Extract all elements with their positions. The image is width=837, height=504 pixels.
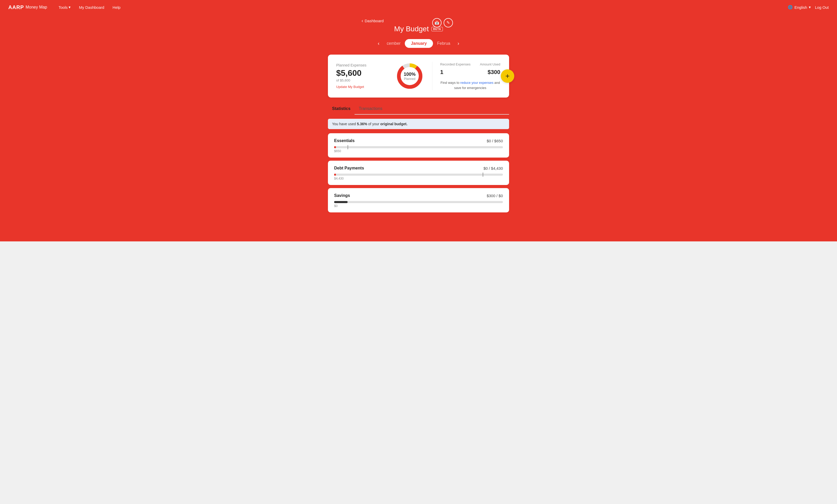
my-dashboard-link[interactable]: My Dashboard <box>76 3 107 12</box>
essentials-card: Essentials $0 / $650 $650 <box>328 133 509 158</box>
usage-pct: 5.36% <box>357 122 367 126</box>
breadcrumb-label[interactable]: Dashboard <box>365 19 384 23</box>
debt-header: Debt Payments $0 / $4,430 <box>334 166 503 170</box>
donut-percentage: 100% <box>404 72 416 77</box>
nav-right: 🌐 English ▾ Log Out <box>788 5 829 10</box>
planned-label: Planned Expenses <box>336 63 387 67</box>
debt-payments-card: Debt Payments $0 / $4,430 $4,430 <box>328 161 509 185</box>
essentials-label: $650 <box>334 149 503 153</box>
recorded-expenses-header: Recorded Expenses <box>440 62 476 68</box>
globe-icon: 🌐 <box>788 5 793 10</box>
month-december[interactable]: cember <box>382 39 405 48</box>
tools-menu[interactable]: Tools ▾ <box>55 3 74 12</box>
essentials-marker <box>348 145 348 149</box>
debt-name: Debt Payments <box>334 166 364 170</box>
tab-bar: Statistics Transactions <box>328 104 509 114</box>
page-title: My Budget BETA <box>0 25 837 33</box>
savings-header: Savings $300 / $0 <box>334 193 503 198</box>
usage-notice: You have used 5.36% of your original bud… <box>328 119 509 129</box>
main-content: Planned Expenses $5,600 of $5,600 Update… <box>323 55 514 226</box>
brand-money-map: Money Map <box>25 5 47 10</box>
update-my-budget-link[interactable]: Update My Budget <box>336 85 364 89</box>
edit-button[interactable]: ✎ <box>444 18 453 28</box>
month-january[interactable]: January <box>405 39 433 48</box>
brand-aarp: AARP <box>8 4 24 10</box>
month-navigation: ‹ cember January Februa › <box>0 38 837 48</box>
savings-label: $0 <box>334 204 503 208</box>
tab-transactions[interactable]: Transactions <box>355 104 387 114</box>
tab-statistics[interactable]: Statistics <box>328 104 355 114</box>
debt-progress-bg <box>334 174 503 176</box>
amount-used-value: $300 <box>476 69 500 75</box>
essentials-progress-bg <box>334 146 503 148</box>
donut-chart: 100% Planned <box>395 62 424 90</box>
hero-section: ‹ Dashboard 📅 ✎ My Budget BETA ‹ cember … <box>0 15 837 241</box>
essentials-header: Essentials $0 / $650 <box>334 139 503 143</box>
reduce-expenses-link[interactable]: reduce your expenses <box>460 81 494 85</box>
savings-name: Savings <box>334 193 350 198</box>
donut-subtitle: Planned <box>404 77 416 81</box>
back-arrow-icon: ‹ <box>361 18 363 23</box>
debt-amount: $0 / $4,430 <box>483 166 503 170</box>
brand: AARP Money Map <box>8 4 47 10</box>
hero-actions: 📅 ✎ <box>432 18 453 28</box>
budget-left: Planned Expenses $5,600 of $5,600 Update… <box>336 63 387 89</box>
help-link[interactable]: Help <box>109 3 124 12</box>
next-month-button[interactable]: › <box>455 38 463 48</box>
calendar-button[interactable]: 📅 <box>432 18 442 28</box>
budget-table: Recorded Expenses Amount Used 1 $300 <box>440 62 501 76</box>
navbar: AARP Money Map Tools ▾ My Dashboard Help… <box>0 0 837 15</box>
savings-card: Savings $300 / $0 $0 <box>328 188 509 212</box>
budget-card: Planned Expenses $5,600 of $5,600 Update… <box>328 55 509 97</box>
language-selector[interactable]: 🌐 English ▾ <box>788 5 811 10</box>
recorded-count: 1 <box>440 69 476 75</box>
add-expense-button[interactable]: + <box>501 69 514 83</box>
pencil-icon: ✎ <box>446 20 450 25</box>
savings-amount: $300 / $0 <box>486 194 503 198</box>
calendar-icon: 📅 <box>434 20 440 25</box>
debt-label: $4,430 <box>334 177 503 180</box>
debt-marker <box>483 173 483 177</box>
right-arrow-icon: › <box>458 40 459 46</box>
nav-links: Tools ▾ My Dashboard Help <box>55 3 788 12</box>
original-budget-label: original budget. <box>380 122 407 126</box>
plus-icon: + <box>505 72 510 80</box>
lang-arrow-icon: ▾ <box>809 5 811 10</box>
savings-progress-fill <box>334 201 348 203</box>
essentials-progress-fill <box>334 146 336 148</box>
essentials-name: Essentials <box>334 139 355 143</box>
logout-button[interactable]: Log Out <box>815 5 829 10</box>
essentials-amount: $0 / $650 <box>486 139 503 143</box>
debt-progress-fill <box>334 174 336 176</box>
month-february[interactable]: Februa <box>433 39 455 48</box>
left-arrow-icon: ‹ <box>378 40 380 46</box>
planned-of: of $5,600 <box>336 78 387 82</box>
donut-label: 100% Planned <box>404 72 416 81</box>
amount-used-header: Amount Used <box>476 62 500 68</box>
budget-note: Find ways to reduce your expenses and sa… <box>440 80 501 90</box>
prev-month-button[interactable]: ‹ <box>375 38 383 48</box>
budget-right: Recorded Expenses Amount Used 1 $300 Fin… <box>432 62 501 90</box>
beta-badge: BETA <box>431 27 443 31</box>
savings-progress-bg <box>334 201 503 203</box>
planned-amount: $5,600 <box>336 68 387 78</box>
tools-arrow-icon: ▾ <box>69 5 71 10</box>
